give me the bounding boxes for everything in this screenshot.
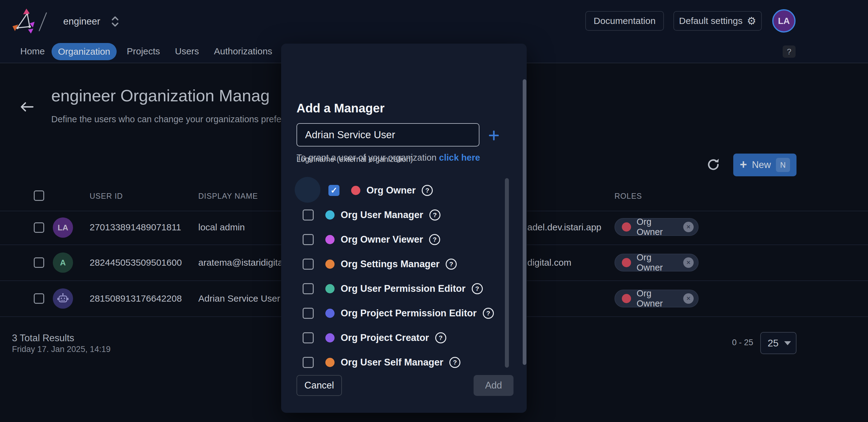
role-label: Org User Self Manager	[341, 357, 443, 368]
role-checkbox[interactable]	[303, 259, 314, 270]
documentation-button[interactable]: Documentation	[585, 11, 664, 31]
refresh-icon[interactable]	[706, 157, 721, 172]
cell-display-name: Adrian Service User	[198, 293, 280, 304]
documentation-label: Documentation	[594, 16, 656, 26]
loginname-input[interactable]	[297, 123, 479, 147]
robot-icon	[57, 292, 69, 305]
role-help-icon[interactable]: ?	[483, 308, 494, 319]
role-checkbox-checked[interactable]: ✓	[329, 185, 339, 196]
back-arrow-icon[interactable]	[20, 101, 34, 113]
results-timestamp: Friday 17. Jan 2025, 14:19	[12, 344, 111, 354]
dialog-scrollbar[interactable]	[523, 79, 526, 365]
role-checkbox[interactable]	[303, 283, 314, 294]
org-switcher-name[interactable]: engineer	[63, 16, 100, 27]
role-help-icon[interactable]: ?	[422, 185, 433, 196]
remove-role-icon[interactable]: ✕	[683, 293, 694, 304]
role-checkbox[interactable]	[303, 209, 314, 220]
grant-hint-text: To grant a user of your organization	[297, 153, 439, 162]
click-here-link[interactable]: click here	[439, 153, 480, 162]
page-size-select[interactable]: 25	[760, 332, 797, 354]
role-checkbox[interactable]	[303, 357, 314, 368]
select-all-checkbox[interactable]	[34, 190, 44, 201]
role-label: Org User Permission Editor	[341, 283, 466, 294]
column-header-roles[interactable]: ROLES	[615, 192, 642, 201]
role-help-icon[interactable]: ?	[450, 357, 460, 368]
cell-display-name: local admin	[198, 222, 245, 233]
row-avatar: A	[53, 252, 73, 273]
tab-users[interactable]: Users	[175, 46, 199, 57]
role-help-icon[interactable]: ?	[472, 283, 483, 294]
role-dot-icon	[622, 222, 631, 232]
role-option[interactable]: Org User Self Manager ?	[303, 350, 460, 375]
screen: engineer Documentation Default settings …	[0, 0, 868, 422]
checkbox-halo	[294, 177, 320, 203]
add-button[interactable]: Add	[474, 375, 514, 396]
role-checkbox[interactable]	[303, 234, 314, 245]
role-color-dot-icon	[351, 186, 360, 195]
role-help-icon[interactable]: ?	[435, 332, 446, 343]
row-avatar-initials: LA	[58, 223, 68, 233]
role-option[interactable]: Org User Permission Editor ?	[303, 276, 483, 301]
role-option[interactable]: ✓ Org Owner ?	[303, 178, 433, 203]
role-label: Org Project Creator	[341, 332, 429, 343]
role-color-dot-icon	[326, 309, 335, 318]
row-checkbox[interactable]	[34, 222, 44, 233]
cancel-label: Cancel	[305, 380, 334, 391]
org-switcher-chevrons-icon[interactable]	[111, 15, 119, 28]
role-option[interactable]: Org User Manager ?	[303, 203, 440, 227]
row-avatar	[53, 289, 73, 309]
user-avatar[interactable]: LA	[772, 9, 796, 33]
remove-role-icon[interactable]: ✕	[683, 258, 694, 268]
role-help-icon[interactable]: ?	[429, 209, 440, 220]
remove-role-icon[interactable]: ✕	[683, 222, 694, 232]
add-user-plus-icon[interactable]	[488, 130, 499, 141]
row-avatar: LA	[53, 217, 73, 238]
role-option[interactable]: Org Project Creator ?	[303, 326, 446, 350]
tab-authorizations[interactable]: Authorizations	[214, 46, 272, 57]
roles-list-scrollbar[interactable]	[505, 178, 509, 368]
gear-icon: ⚙	[747, 15, 756, 27]
column-header-user-id[interactable]: USER ID	[90, 192, 123, 201]
row-checkbox[interactable]	[34, 293, 44, 304]
role-checkbox[interactable]	[303, 332, 314, 343]
default-settings-button[interactable]: Default settings ⚙	[673, 11, 762, 31]
grant-hint: To grant a user of your organization cli…	[297, 153, 480, 163]
row-checkbox[interactable]	[34, 258, 44, 268]
role-checkbox[interactable]	[303, 308, 314, 319]
cell-user-id: 281508913176642208	[90, 293, 182, 304]
cell-user-id: 282445053509501600	[90, 258, 182, 268]
role-label: Org Settings Manager	[341, 259, 439, 270]
page-subtitle: Define the users who can change your org…	[51, 114, 299, 124]
role-dot-icon	[622, 258, 631, 267]
role-dot-icon	[622, 294, 631, 303]
row-avatar-initials: A	[60, 258, 66, 268]
add-manager-dialog: Add a Manager Enter the names of the use…	[281, 43, 527, 413]
role-option[interactable]: Org Owner Viewer ?	[303, 227, 440, 252]
tab-home[interactable]: Home	[20, 46, 45, 57]
new-button[interactable]: + New N	[733, 154, 797, 176]
page-size-value: 25	[768, 337, 779, 349]
role-color-dot-icon	[326, 235, 335, 244]
role-badge: Org Owner ✕	[615, 290, 699, 307]
role-help-icon[interactable]: ?	[429, 234, 440, 245]
role-label: Org Owner	[367, 185, 415, 196]
role-badge-label: Org Owner	[637, 217, 678, 237]
role-badge-label: Org Owner	[637, 289, 678, 309]
add-label: Add	[485, 380, 502, 391]
tab-projects[interactable]: Projects	[127, 46, 160, 57]
new-shortcut-badge: N	[776, 158, 790, 172]
cell-display-name: aratema@istaridigital	[198, 258, 285, 268]
tab-organization-label: Organization	[58, 47, 110, 57]
new-button-label: New	[752, 159, 771, 171]
cancel-button[interactable]: Cancel	[297, 375, 342, 396]
plus-icon: +	[740, 158, 747, 171]
role-option[interactable]: Org Project Permission Editor ?	[303, 301, 494, 326]
role-option[interactable]: Org Settings Manager ?	[303, 252, 457, 276]
app-logo-icon[interactable]	[12, 8, 36, 34]
tab-organization[interactable]: Organization	[52, 43, 117, 60]
column-header-display-name[interactable]: DISPLAY NAME	[198, 192, 258, 201]
help-button[interactable]: ?	[783, 46, 796, 58]
role-help-icon[interactable]: ?	[446, 259, 457, 270]
avatar-initials: LA	[778, 16, 790, 26]
role-badge-label: Org Owner	[637, 252, 678, 273]
